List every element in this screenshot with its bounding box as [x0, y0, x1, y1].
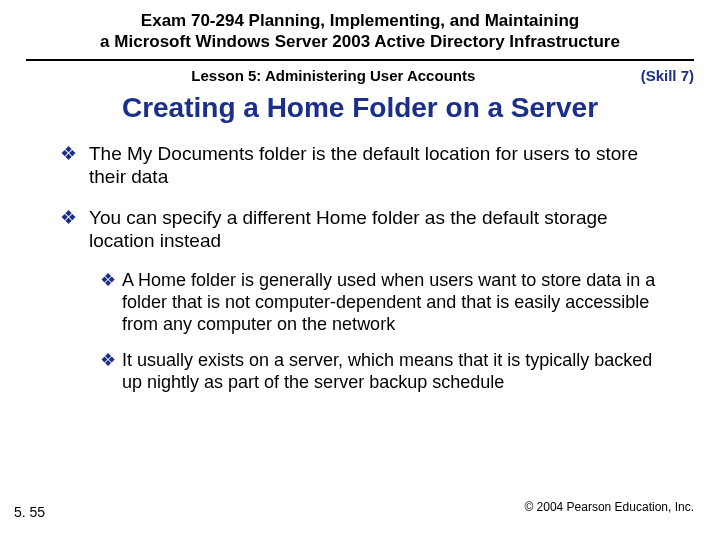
skill-label: (Skill 7)	[641, 67, 694, 84]
exam-title-line1: Exam 70-294 Planning, Implementing, and …	[141, 11, 579, 30]
exam-title-line2: a Microsoft Windows Server 2003 Active D…	[100, 32, 620, 51]
bullet-icon: ❖	[60, 206, 77, 252]
sub-bullets: ❖ A Home folder is generally used when u…	[60, 270, 664, 394]
exam-title: Exam 70-294 Planning, Implementing, and …	[20, 10, 700, 53]
content-body: ❖ The My Documents folder is the default…	[0, 142, 720, 394]
page-number: 5. 55	[14, 504, 45, 520]
slide-title: Creating a Home Folder on a Server	[20, 92, 700, 124]
bullet-icon: ❖	[100, 350, 116, 394]
bullet-text: You can specify a different Home folder …	[89, 206, 664, 252]
sub-bullet-item: ❖ It usually exists on a server, which m…	[100, 350, 664, 394]
slide-header: Exam 70-294 Planning, Implementing, and …	[0, 0, 720, 57]
sub-bullet-item: ❖ A Home folder is generally used when u…	[100, 270, 664, 336]
bullet-text: A Home folder is generally used when use…	[122, 270, 664, 336]
bullet-item: ❖ The My Documents folder is the default…	[60, 142, 664, 188]
subheader: Lesson 5: Administering User Accounts (S…	[0, 61, 720, 84]
lesson-label: Lesson 5: Administering User Accounts	[26, 67, 641, 84]
copyright: © 2004 Pearson Education, Inc.	[524, 500, 694, 514]
bullet-text: It usually exists on a server, which mea…	[122, 350, 664, 394]
bullet-icon: ❖	[60, 142, 77, 188]
bullet-icon: ❖	[100, 270, 116, 336]
bullet-item: ❖ You can specify a different Home folde…	[60, 206, 664, 252]
bullet-text: The My Documents folder is the default l…	[89, 142, 664, 188]
